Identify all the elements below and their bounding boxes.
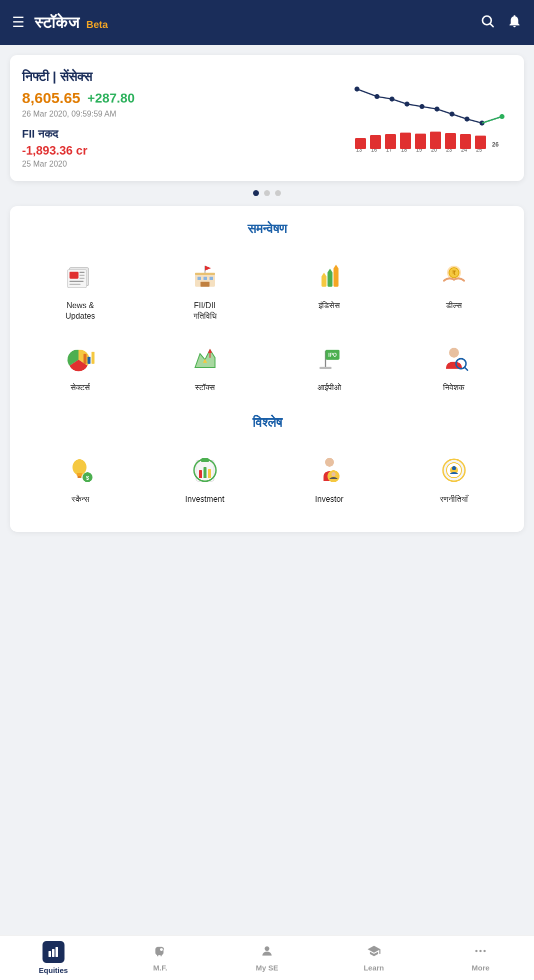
vishleshan-heading: विश्लेष — [20, 415, 514, 430]
bottom-navigation: Equities M.F. My SE Learn — [0, 935, 534, 980]
fii-label: FII नकद — [22, 128, 352, 141]
svg-rect-44 — [210, 277, 213, 280]
bell-icon[interactable] — [507, 14, 522, 32]
svg-point-84 — [325, 458, 334, 467]
svg-rect-75 — [78, 476, 82, 478]
svg-marker-51 — [322, 273, 326, 276]
svg-rect-69 — [320, 367, 332, 369]
svg-point-95 — [476, 949, 478, 952]
building-icon — [187, 259, 223, 295]
niveshak-item[interactable]: निवेशक — [394, 334, 514, 400]
market-title: निफ्टी | सेंसेक्स — [22, 69, 352, 85]
niveshak-label: निवेशक — [443, 383, 464, 393]
svg-rect-22 — [355, 138, 366, 149]
nav-learn[interactable]: Learn — [320, 935, 428, 980]
scans-label: स्कैन्स — [72, 494, 90, 505]
svg-rect-28 — [445, 133, 456, 149]
fii-date: 25 Mar 2020 — [22, 160, 352, 169]
svg-rect-58 — [84, 354, 86, 364]
investment-icon — [187, 452, 223, 488]
svg-rect-48 — [322, 276, 326, 287]
app-title: स्टॉकेज — [34, 14, 80, 32]
svg-point-70 — [449, 348, 459, 358]
investor2-icon — [312, 452, 348, 488]
dot-3[interactable] — [275, 190, 281, 196]
app-header: ☰ स्टॉकेज Beta — [0, 0, 534, 45]
svg-rect-27 — [430, 132, 441, 149]
svg-marker-53 — [334, 265, 338, 268]
fiidii-label: FII/DIIगतिविधि — [194, 301, 216, 322]
svg-point-9 — [464, 117, 470, 122]
strategy-icon — [436, 452, 472, 488]
nav-more-label: More — [472, 963, 490, 972]
svg-rect-35 — [70, 281, 84, 282]
nav-myse[interactable]: My SE — [214, 935, 320, 980]
svg-rect-80 — [199, 470, 202, 478]
nav-mf-label: M.F. — [153, 963, 167, 972]
deals-item[interactable]: ₹ डील्स — [394, 252, 514, 329]
svg-rect-81 — [204, 467, 206, 478]
svg-point-7 — [434, 107, 440, 112]
nav-mf[interactable]: M.F. — [107, 935, 214, 980]
nifty-change: +287.80 — [88, 91, 135, 106]
sectors-label: सेक्टर्स — [70, 383, 90, 393]
indices-item[interactable]: इंडिसेस — [269, 252, 390, 329]
svg-rect-23 — [370, 135, 381, 149]
nifty-price: 8,605.65 — [22, 90, 80, 107]
nav-equities[interactable]: Equities — [0, 935, 107, 980]
investment-item[interactable]: Investment — [144, 445, 265, 512]
svg-text:₹: ₹ — [452, 270, 456, 277]
strategy-item[interactable]: रणनीतियाँ — [394, 445, 514, 512]
samanveshan-section: समन्वेषण News &Updates — [10, 206, 524, 532]
svg-marker-47 — [205, 266, 211, 271]
dot-2[interactable] — [264, 190, 270, 196]
menu-icon[interactable]: ☰ — [12, 16, 24, 30]
svg-point-8 — [450, 112, 454, 117]
market-chart: 13 16 17 18 19 20 23 24 25 — [352, 69, 512, 169]
sectors-item[interactable]: सेक्टर्स — [20, 334, 140, 400]
svg-marker-52 — [328, 269, 332, 272]
carousel-dots — [10, 190, 524, 196]
svg-rect-49 — [328, 272, 332, 287]
scans-item[interactable]: $ स्कैन्स — [20, 445, 140, 512]
newspaper-icon — [62, 259, 98, 295]
svg-point-3 — [374, 94, 380, 99]
svg-rect-91 — [48, 951, 51, 957]
nav-more[interactable]: More — [427, 935, 534, 980]
person-icon — [260, 944, 274, 960]
svg-rect-25 — [400, 133, 411, 149]
market-datetime: 26 Mar 2020, 09:59:59 AM — [22, 110, 352, 119]
investor2-label: Investor — [315, 494, 344, 505]
graduation-icon — [367, 944, 381, 960]
ipo-item[interactable]: IPO आईपीओ — [269, 334, 390, 400]
svg-line-11 — [482, 117, 502, 123]
svg-rect-50 — [334, 268, 338, 287]
nav-equities-label: Equities — [39, 966, 68, 974]
svg-point-12 — [500, 114, 504, 119]
svg-line-1 — [490, 24, 493, 26]
svg-rect-36 — [70, 284, 80, 285]
news-updates-item[interactable]: News &Updates — [20, 252, 140, 329]
svg-marker-63 — [208, 349, 212, 353]
investor2-item[interactable]: Investor — [269, 445, 390, 512]
chart-bar-icon — [42, 941, 64, 963]
ipo-label: आईपीओ — [318, 383, 341, 393]
svg-rect-41 — [195, 273, 215, 275]
svg-rect-93 — [56, 947, 58, 957]
fiidii-item[interactable]: FII/DIIगतिविधि — [144, 252, 265, 329]
ipo-icon: IPO — [312, 341, 348, 377]
stocks-item[interactable]: स्टॉक्स — [144, 334, 265, 400]
dot-1[interactable] — [253, 190, 259, 196]
indices-label: इंडिसेस — [318, 301, 340, 311]
deals-icon: ₹ — [436, 259, 472, 295]
stocks-label: स्टॉक्स — [195, 383, 215, 393]
search-icon[interactable] — [480, 14, 495, 32]
svg-point-94 — [264, 946, 269, 950]
dots-icon — [474, 944, 488, 960]
investment-label: Investment — [185, 494, 224, 505]
svg-rect-30 — [475, 136, 486, 149]
svg-line-72 — [464, 367, 468, 370]
strategy-label: रणनीतियाँ — [440, 494, 468, 505]
svg-point-6 — [420, 104, 424, 109]
deals-label: डील्स — [446, 301, 462, 311]
